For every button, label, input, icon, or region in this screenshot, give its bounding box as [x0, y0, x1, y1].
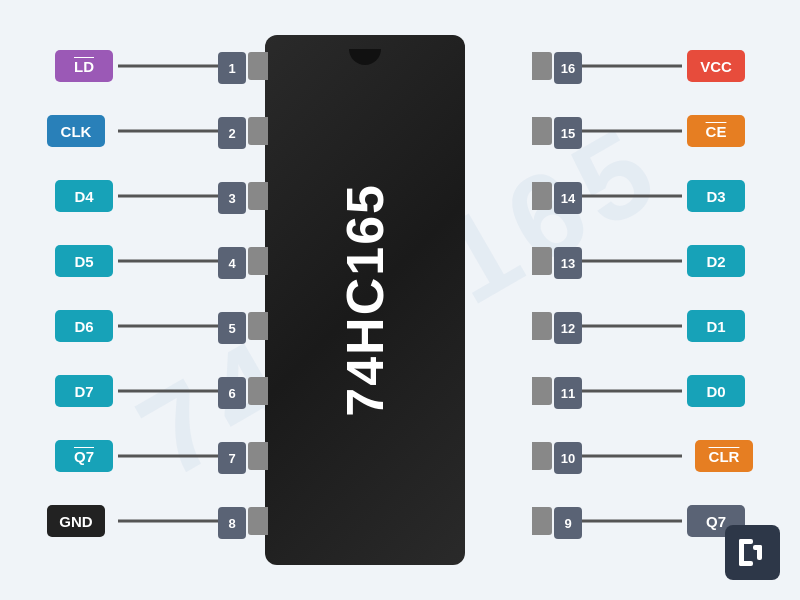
- pin-line-6: [118, 390, 220, 393]
- ic-notch: [349, 49, 381, 65]
- pin-label-3: D4: [55, 180, 113, 212]
- pin-line-3: [118, 195, 220, 198]
- pin-tab-12: [532, 312, 552, 340]
- pin-label-4: D5: [55, 245, 113, 277]
- pin-line-14: [580, 195, 682, 198]
- pin-tab-1: [248, 52, 268, 80]
- logo-icon: [735, 535, 770, 570]
- svg-rect-2: [739, 561, 753, 566]
- pin-line-15: [580, 130, 682, 133]
- pin-num-9: 9: [554, 507, 582, 539]
- pin-num-13: 13: [554, 247, 582, 279]
- pin-num-6: 6: [218, 377, 246, 409]
- logo-badge: [725, 525, 780, 580]
- pin-line-4: [118, 260, 220, 263]
- pin-label-5: D6: [55, 310, 113, 342]
- pin-line-1: [118, 65, 220, 68]
- pin-label-12: D1: [687, 310, 745, 342]
- pin-num-12: 12: [554, 312, 582, 344]
- pin-line-5: [118, 325, 220, 328]
- pin-tab-9: [532, 507, 552, 535]
- pin-label-2: CLK: [47, 115, 105, 147]
- svg-rect-1: [739, 539, 753, 544]
- pin-tab-2: [248, 117, 268, 145]
- pin-line-13: [580, 260, 682, 263]
- pin-tab-6: [248, 377, 268, 405]
- pin-num-4: 4: [218, 247, 246, 279]
- pin-line-2: [118, 130, 220, 133]
- pin-tab-8: [248, 507, 268, 535]
- pin-label-13: D2: [687, 245, 745, 277]
- pin-num-5: 5: [218, 312, 246, 344]
- pin-tab-15: [532, 117, 552, 145]
- pin-label-14: D3: [687, 180, 745, 212]
- pin-tab-10: [532, 442, 552, 470]
- pin-line-7: [118, 455, 220, 458]
- pin-tab-7: [248, 442, 268, 470]
- pin-tab-16: [532, 52, 552, 80]
- pin-num-3: 3: [218, 182, 246, 214]
- pin-num-11: 11: [554, 377, 582, 409]
- pin-tab-3: [248, 182, 268, 210]
- pin-tab-5: [248, 312, 268, 340]
- pin-num-8: 8: [218, 507, 246, 539]
- pin-num-16: 16: [554, 52, 582, 84]
- pin-label-15: CE: [687, 115, 745, 147]
- pin-tab-11: [532, 377, 552, 405]
- pin-line-10: [580, 455, 682, 458]
- pin-num-14: 14: [554, 182, 582, 214]
- pin-line-9: [580, 520, 682, 523]
- pin-label-10: CLR: [695, 440, 753, 472]
- pin-tab-14: [532, 182, 552, 210]
- pin-label-1: LD: [55, 50, 113, 82]
- pin-num-10: 10: [554, 442, 582, 474]
- pin-line-11: [580, 390, 682, 393]
- pin-label-16: VCC: [687, 50, 745, 82]
- pin-line-8: [118, 520, 220, 523]
- svg-rect-4: [753, 545, 762, 550]
- pin-line-16: [580, 65, 682, 68]
- pin-line-12: [580, 325, 682, 328]
- pin-label-8: GND: [47, 505, 105, 537]
- pin-num-2: 2: [218, 117, 246, 149]
- ic-body: 74HC165: [265, 35, 465, 565]
- pin-label-6: D7: [55, 375, 113, 407]
- diagram-container: 74HC165 74HC165 LD 1 CLK 2 D4 3 D5 4 D6 …: [0, 0, 800, 600]
- pin-label-11: D0: [687, 375, 745, 407]
- pin-num-1: 1: [218, 52, 246, 84]
- pin-tab-4: [248, 247, 268, 275]
- pin-num-7: 7: [218, 442, 246, 474]
- pin-label-7: Q7: [55, 440, 113, 472]
- ic-label: 74HC165: [335, 183, 395, 417]
- pin-num-15: 15: [554, 117, 582, 149]
- pin-tab-13: [532, 247, 552, 275]
